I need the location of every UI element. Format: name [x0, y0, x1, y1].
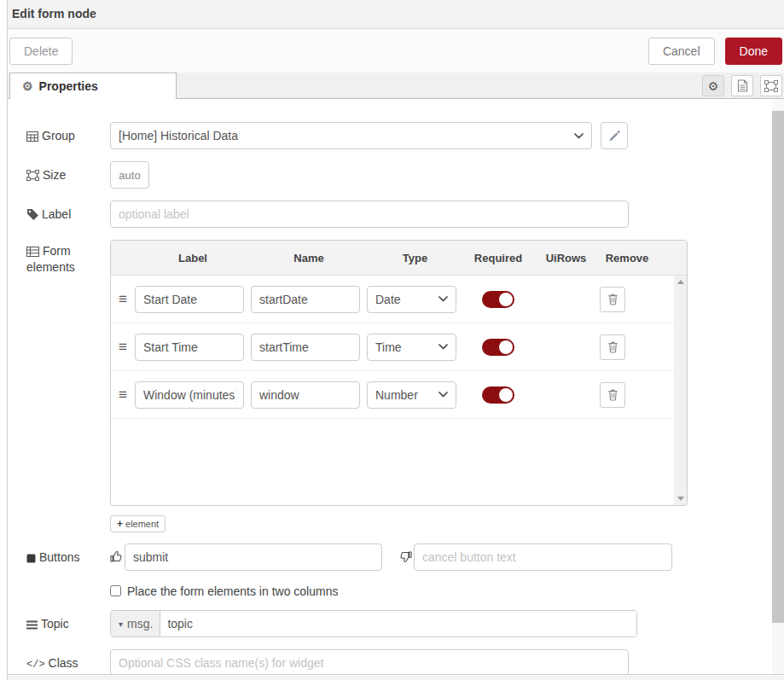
two-columns-label: Place the form elements in two columns: [127, 584, 338, 598]
chevron-down-icon: [438, 392, 448, 398]
form-elements-table: Label Name Type Required UiRows Remove ≡…: [110, 240, 688, 506]
gear-icon: ⚙: [22, 80, 33, 92]
table-scrollbar[interactable]: [674, 276, 687, 505]
size-icon: [26, 170, 39, 181]
size-field-row: Size auto: [26, 161, 784, 189]
add-element-button[interactable]: + element: [110, 515, 166, 532]
element-label-input[interactable]: [135, 286, 244, 313]
size-auto-button[interactable]: auto: [110, 161, 149, 189]
element-required-cell: [463, 386, 533, 404]
element-type-select[interactable]: Time: [367, 334, 456, 361]
drag-handle[interactable]: ≡: [111, 386, 135, 404]
element-type-select[interactable]: Date: [367, 286, 456, 313]
caret-down-icon: ▾: [119, 619, 123, 629]
element-name-cell: [251, 286, 367, 313]
tab-icon-buttons: ⚙: [702, 75, 782, 96]
two-columns-row: Place the form elements in two columns: [110, 584, 784, 597]
delete-button[interactable]: Delete: [9, 38, 73, 65]
column-header-label: Label: [135, 252, 251, 264]
topic-label: Topic: [26, 610, 110, 632]
column-header-name: Name: [251, 252, 367, 264]
delete-element-button[interactable]: [600, 334, 625, 360]
class-field-row: </>Class: [26, 649, 784, 674]
delete-element-button[interactable]: [600, 382, 625, 408]
label-input[interactable]: [110, 201, 629, 228]
element-required-cell: [463, 291, 533, 308]
cancel-button[interactable]: Cancel: [648, 38, 715, 65]
plus-icon: +: [117, 518, 123, 530]
element-name-input[interactable]: [251, 286, 360, 313]
column-header-uirows: UiRows: [533, 252, 599, 264]
two-columns-checkbox[interactable]: [110, 585, 121, 596]
label-field-row: Label: [26, 201, 784, 228]
properties-icon-button[interactable]: ⚙: [702, 75, 724, 96]
trash-icon: [607, 293, 618, 305]
element-remove-cell: [599, 334, 655, 360]
list-box-icon: [26, 247, 39, 257]
submit-button-text-input[interactable]: [125, 543, 382, 571]
form-element-row: ≡ Date: [111, 276, 687, 323]
square-icon: [26, 554, 36, 563]
appearance-icon-button[interactable]: [760, 75, 782, 96]
element-required-cell: [463, 339, 533, 356]
topic-type-selector[interactable]: ▾ msg.: [111, 611, 160, 636]
edit-group-button[interactable]: [601, 122, 628, 149]
element-label-cell: [135, 286, 251, 313]
edit-form-node-dialog: Edit form node Delete Cancel Done ⚙ Prop…: [7, 0, 784, 680]
list-icon: [26, 620, 38, 630]
form-elements-label: Form elements: [26, 240, 110, 276]
element-name-input[interactable]: [251, 381, 360, 409]
required-toggle[interactable]: [482, 386, 514, 404]
element-label-cell: [135, 381, 251, 409]
topic-field-row: Topic ▾ msg.: [26, 610, 784, 637]
form-element-row: ≡ Time: [111, 323, 687, 371]
element-remove-cell: [599, 287, 655, 312]
done-button[interactable]: Done: [725, 38, 782, 65]
topic-typed-input: ▾ msg.: [110, 610, 637, 637]
element-label-input[interactable]: [135, 334, 244, 361]
buttons-label: Buttons: [26, 543, 110, 566]
action-bar: Delete Cancel Done: [8, 29, 784, 73]
dialog-scrollbar[interactable]: [772, 100, 784, 674]
chevron-down-icon: [438, 344, 448, 350]
required-toggle[interactable]: [482, 339, 514, 356]
element-label-input[interactable]: [135, 381, 244, 409]
tag-icon: [26, 208, 38, 220]
thumbs-down-icon: [399, 543, 414, 563]
tab-properties[interactable]: ⚙ Properties: [9, 73, 177, 99]
tab-bar: ⚙ Properties ⚙: [8, 73, 784, 99]
group-field-row: Group [Home] Historical Data: [26, 122, 784, 149]
form-elements-table-header: Label Name Type Required UiRows Remove: [111, 241, 687, 276]
column-header-type: Type: [367, 252, 463, 264]
pencil-icon: [608, 130, 620, 142]
chevron-down-icon: [574, 133, 584, 139]
add-element-row: + element: [110, 515, 784, 532]
thumbs-up-icon: [110, 543, 125, 563]
gear-icon: ⚙: [708, 80, 719, 92]
drag-handle[interactable]: ≡: [111, 291, 135, 308]
cancel-button-text-input[interactable]: [414, 543, 672, 571]
delete-element-button[interactable]: [600, 287, 625, 312]
class-input[interactable]: [110, 649, 629, 674]
dialog-title: Edit form node: [8, 0, 784, 29]
code-icon: </>: [26, 659, 45, 671]
drag-handle[interactable]: ≡: [111, 339, 135, 356]
scroll-up-icon[interactable]: [677, 280, 684, 284]
group-label: Group: [26, 122, 110, 144]
label-label: Label: [26, 201, 110, 223]
topic-value-input[interactable]: [160, 611, 636, 636]
chevron-down-icon: [438, 296, 448, 302]
element-name-cell: [251, 334, 367, 361]
description-icon-button[interactable]: [731, 75, 753, 96]
topic-type-label: msg.: [127, 617, 153, 631]
properties-panel: Group [Home] Historical Data Size a: [8, 99, 784, 674]
group-select[interactable]: [Home] Historical Data: [110, 122, 592, 149]
element-name-input[interactable]: [251, 334, 360, 361]
required-toggle[interactable]: [482, 291, 514, 308]
element-type-select[interactable]: Number: [367, 381, 456, 409]
page: Edit form node Delete Cancel Done ⚙ Prop…: [0, 0, 784, 680]
table-icon: [26, 131, 38, 142]
scroll-down-icon[interactable]: [677, 497, 684, 501]
dialog-scrollbar-thumb[interactable]: [772, 111, 784, 623]
element-label-cell: [135, 334, 251, 361]
